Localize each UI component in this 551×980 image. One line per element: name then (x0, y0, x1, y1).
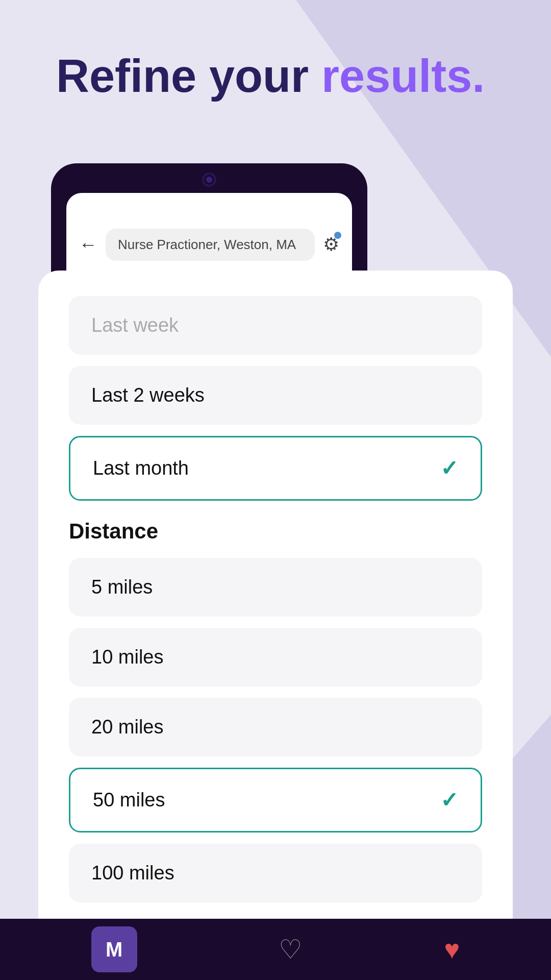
option-last-2-weeks[interactable]: Last 2 weeks (69, 366, 482, 425)
option-10-miles[interactable]: 10 miles (69, 628, 482, 687)
phone-camera (202, 173, 216, 187)
distance-section-label: Distance (69, 519, 482, 544)
option-last-week[interactable]: Last week (69, 296, 482, 355)
50-miles-checkmark: ✓ (440, 788, 458, 813)
nav-heart-outline-icon[interactable]: ♡ (279, 934, 303, 965)
option-20-miles[interactable]: 20 miles (69, 698, 482, 756)
filter-active-dot (334, 232, 341, 239)
filter-icon-wrap[interactable]: ⚙ (323, 234, 339, 255)
headline-accent: results. (321, 51, 485, 102)
option-100-miles[interactable]: 100 miles (69, 844, 482, 902)
search-bar[interactable]: Nurse Practioner, Weston, MA (106, 229, 315, 261)
header-section: Refine your results. (56, 51, 485, 102)
nav-heart-filled-icon[interactable]: ♥ (444, 934, 460, 965)
option-50-miles[interactable]: 50 miles ✓ (69, 768, 482, 832)
option-last-month[interactable]: Last month ✓ (69, 436, 482, 501)
headline: Refine your results. (56, 51, 485, 102)
last-month-checkmark: ✓ (440, 456, 458, 481)
bottom-nav: M ♡ ♥ (0, 919, 551, 980)
filter-panel: Last week Last 2 weeks Last month ✓ Dist… (38, 271, 513, 944)
headline-part1: Refine your (56, 51, 321, 102)
nav-m-button[interactable]: M (91, 926, 137, 972)
option-5-miles[interactable]: 5 miles (69, 558, 482, 617)
back-button[interactable]: ← (79, 234, 97, 255)
